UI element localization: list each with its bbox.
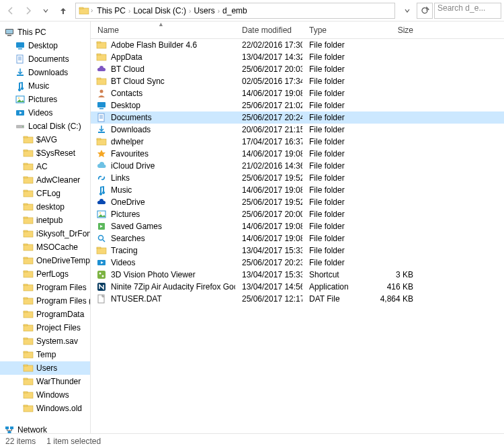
file-name: Music (111, 185, 132, 195)
file-row[interactable]: BT Cloud25/06/2017 20:03File folder (91, 63, 504, 75)
tree-item[interactable]: iSkysoft_DrFon (0, 227, 90, 240)
file-name: Documents (111, 113, 152, 122)
tree-item[interactable]: ProgramData (0, 308, 90, 321)
tree-item[interactable]: This PC (0, 26, 90, 39)
file-type: File folder (302, 161, 373, 171)
breadcrumb-segment[interactable]: This PC (94, 6, 128, 15)
tree-item-label: Pictures (28, 95, 57, 104)
tree-item[interactable]: Music (0, 79, 90, 93)
tree-item[interactable]: AC (0, 160, 90, 173)
file-row[interactable]: Favourites14/06/2017 19:08File folder (91, 148, 504, 160)
svg-rect-66 (97, 79, 106, 85)
file-type: File folder (302, 173, 373, 183)
file-row[interactable]: Downloads20/06/2017 21:15File folder (91, 124, 504, 136)
tree-item[interactable]: Downloads (0, 66, 90, 79)
svg-rect-46 (24, 324, 28, 326)
svg-rect-42 (24, 298, 28, 299)
breadcrumb[interactable]: › This PC›Local Disk (C:)›Users›d_emb (75, 3, 395, 19)
file-row[interactable]: Contacts14/06/2017 19:08File folder (91, 87, 504, 99)
tree-item[interactable]: Videos (0, 106, 90, 120)
tree-item[interactable]: Project Files (0, 321, 90, 334)
tree-item[interactable]: Local Disk (C:) (0, 120, 90, 133)
tree-item[interactable]: System.sav (0, 334, 90, 348)
search-input[interactable]: Search d_e... (434, 3, 501, 19)
file-row[interactable]: Adobe Flash Builder 4.622/02/2016 17:30F… (91, 39, 504, 51)
svg-rect-29 (24, 218, 33, 224)
folder-icon (23, 188, 34, 199)
file-row[interactable]: OneDrive25/06/2017 19:52File folder (91, 196, 504, 208)
file-row[interactable]: Videos25/06/2017 20:23File folder (91, 257, 504, 269)
tree-item[interactable]: AdwCleaner (0, 173, 90, 187)
svg-rect-34 (24, 244, 28, 245)
file-list[interactable]: Adobe Flash Builder 4.622/02/2016 17:30F… (91, 39, 504, 433)
up-button[interactable] (55, 3, 71, 19)
file-row[interactable]: 3D Vision Photo Viewer13/04/2017 15:33Sh… (91, 269, 504, 281)
tree-item[interactable]: desktop (0, 200, 90, 214)
tree-item-label: inetpub (36, 216, 62, 225)
tree-item[interactable]: MSOCache (0, 240, 90, 254)
chevron-right-icon: › (91, 7, 93, 14)
tree-item[interactable]: Windows (0, 388, 90, 402)
svg-rect-0 (79, 8, 89, 14)
tree-item[interactable]: Desktop (0, 39, 90, 52)
folder-icon (23, 363, 34, 373)
tree-item[interactable]: OneDriveTemp (0, 254, 90, 267)
tree-item[interactable]: $AVG (0, 133, 90, 146)
tree-item[interactable]: PerfLogs (0, 267, 90, 281)
file-row[interactable]: Searches14/06/2017 19:08File folder (91, 232, 504, 244)
tree-item[interactable]: Program Files (0, 281, 90, 294)
tree-item[interactable]: inetpub (0, 214, 90, 227)
file-type: File folder (302, 258, 373, 267)
file-row[interactable]: Links25/06/2017 19:52File folder (91, 172, 504, 184)
breadcrumb-segment[interactable]: d_emb (220, 6, 250, 15)
tree-item-label: Users (36, 363, 57, 373)
file-row[interactable]: Tracing13/04/2017 15:33File folder (91, 244, 504, 257)
tree-item[interactable]: WarThunder (0, 375, 90, 388)
tree-item[interactable]: Program Files ( (0, 294, 90, 308)
file-name: Downloads (111, 125, 151, 134)
column-date[interactable]: Date modified (235, 26, 302, 35)
file-row[interactable]: Music14/06/2017 19:08File folder (91, 184, 504, 196)
breadcrumb-segment[interactable]: Users (191, 6, 217, 15)
file-row[interactable]: Saved Games14/06/2017 19:08File folder (91, 220, 504, 232)
tree-item[interactable]: Temp (0, 348, 90, 361)
file-type: File folder (302, 185, 373, 195)
file-row[interactable]: AppData13/04/2017 14:32File folder (91, 51, 504, 63)
tree-item[interactable]: Users (0, 361, 90, 375)
tree-item[interactable]: Pictures (0, 93, 90, 106)
svg-rect-17 (24, 137, 33, 143)
file-row[interactable]: Pictures25/06/2017 20:00File folder (91, 208, 504, 220)
tree-item[interactable]: Windows.old (0, 402, 90, 415)
column-type[interactable]: Type (302, 26, 373, 35)
tree-item[interactable]: CFLog (0, 187, 90, 200)
tree-item[interactable]: Network (0, 423, 90, 433)
svg-rect-60 (10, 427, 13, 429)
file-row[interactable]: BT Cloud Sync02/05/2016 17:34File folder (91, 75, 504, 87)
breadcrumb-segment[interactable]: Local Disk (C:) (130, 6, 189, 15)
tree-item[interactable]: Documents (0, 52, 90, 66)
file-row[interactable]: Desktop25/06/2017 21:02File folder (91, 99, 504, 111)
svg-rect-3 (6, 30, 13, 34)
content-pane: ▲ Name Date modified Type Size Adobe Fla… (91, 21, 504, 433)
file-row[interactable]: Ninite 7Zip Air Audacity Firefox Google … (91, 281, 504, 293)
file-date: 14/06/2017 19:08 (235, 149, 302, 159)
file-row[interactable]: Documents25/06/2017 20:24File folder (91, 111, 504, 124)
sidebar[interactable]: This PCDesktopDocumentsDownloadsMusicPic… (0, 21, 91, 433)
file-row[interactable]: dwhelper17/04/2017 16:37File folder (91, 136, 504, 148)
svg-rect-18 (24, 136, 28, 138)
svg-rect-62 (97, 42, 106, 48)
tree-item[interactable]: $SysReset (0, 146, 90, 160)
file-row[interactable]: NTUSER.DAT25/06/2017 12:17DAT File4,864 … (91, 293, 504, 305)
file-row[interactable]: iCloud Drive21/02/2016 14:36File folder (91, 160, 504, 172)
file-date: 25/06/2017 20:24 (235, 113, 302, 122)
back-button[interactable] (3, 3, 19, 19)
svg-rect-83 (97, 248, 106, 254)
breadcrumb-dropdown[interactable] (399, 3, 415, 19)
recent-dropdown[interactable] (38, 3, 54, 19)
svg-rect-35 (24, 258, 33, 264)
tree-item-label: Desktop (28, 41, 58, 50)
column-size[interactable]: Size (373, 26, 420, 35)
refresh-button[interactable] (417, 3, 433, 19)
forward-button[interactable] (20, 3, 36, 19)
tree-item-label: Project Files (36, 323, 81, 332)
